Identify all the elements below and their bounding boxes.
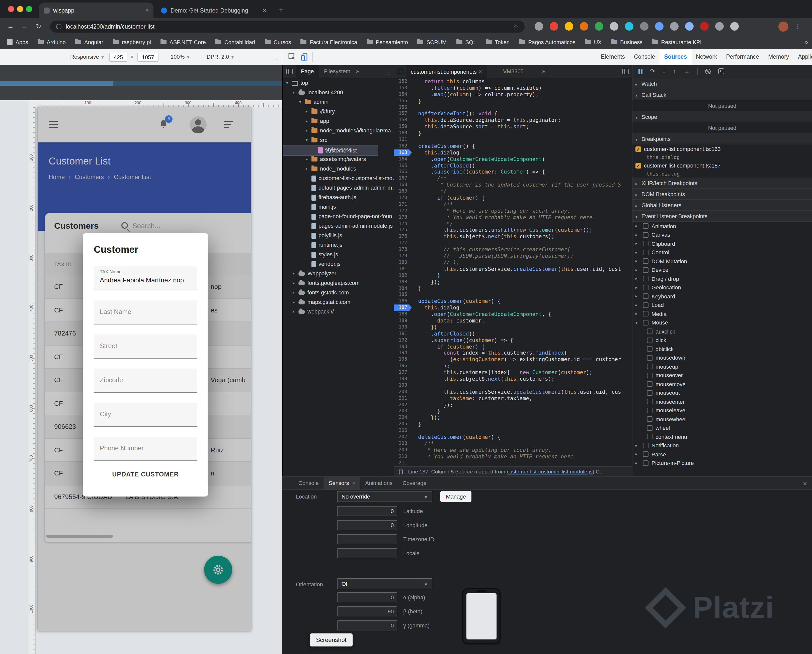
step-into-icon[interactable]: ↓	[662, 68, 665, 75]
devtools-tab-console[interactable]: Console	[629, 49, 659, 65]
device-mode-select[interactable]: Responsive ▼	[70, 53, 105, 60]
device-width-input[interactable]: 425	[109, 53, 127, 62]
tab-close-icon[interactable]: ×	[263, 6, 266, 14]
category-checkbox[interactable]	[643, 250, 648, 255]
event-category[interactable]: ▸Control	[632, 248, 812, 257]
line-number[interactable]: 206	[394, 427, 412, 434]
browser-menu-icon[interactable]: ⋮	[792, 21, 803, 32]
navigator-menu-icon[interactable]: ⋮	[386, 68, 392, 76]
section-event-listener-breakpoints[interactable]: ▾Event Listener Breakpoints	[632, 211, 812, 222]
tree-item[interactable]: runtime.js	[283, 240, 394, 250]
line-number[interactable]: 186	[394, 298, 412, 305]
zoom-select[interactable]: 100% ▼	[171, 53, 190, 60]
bookmark-item[interactable]: Business	[611, 39, 642, 45]
line-number[interactable]: 173	[394, 214, 412, 220]
tab-close-icon[interactable]: ×	[145, 6, 149, 14]
line-number[interactable]: 174	[394, 220, 412, 227]
line-number[interactable]: 180	[394, 259, 412, 266]
breakpoint-entry[interactable]: ✓customer-list.component.ts:163	[632, 144, 812, 153]
line-number[interactable]: 202	[394, 402, 412, 408]
line-number[interactable]: 160	[394, 130, 412, 136]
event-checkbox[interactable]	[647, 390, 653, 396]
bookmark-item[interactable]: Token	[486, 39, 509, 45]
tree-item[interactable]: ▸node_modules/@angular/ma…	[283, 126, 394, 135]
bookmark-item[interactable]: Arduino	[38, 39, 66, 45]
event-listener-item[interactable]: mouseover	[632, 371, 812, 380]
extension-icon[interactable]	[700, 22, 709, 31]
tree-item[interactable]: main.js	[283, 202, 394, 212]
event-checkbox[interactable]	[647, 364, 653, 369]
section-xhr-fetch-breakpoints[interactable]: ▸XHR/fetch Breakpoints	[632, 177, 812, 189]
navigator-panel-icon[interactable]	[286, 69, 293, 74]
line-number[interactable]: 157	[394, 111, 412, 117]
form-field[interactable]: Phone Number	[94, 437, 197, 461]
line-number[interactable]: 193	[394, 343, 412, 350]
pause-on-exceptions-icon[interactable]	[718, 68, 724, 74]
disclosure-arrow-icon[interactable]: ▸	[304, 126, 309, 135]
disclosure-arrow-icon[interactable]: ▾	[298, 97, 303, 107]
tree-item[interactable]: ▾localhost:4200	[283, 88, 394, 97]
category-checkbox[interactable]	[643, 293, 648, 299]
line-number[interactable]: 162	[394, 143, 412, 150]
line-number[interactable]: 177	[394, 240, 412, 246]
pretty-print-icon[interactable]: {}	[398, 468, 404, 474]
event-category[interactable]: ▸Clipboard	[632, 239, 812, 248]
extension-icon[interactable]	[715, 22, 724, 31]
category-checkbox[interactable]	[643, 443, 648, 448]
line-number[interactable]: 166	[394, 169, 412, 175]
event-listener-item[interactable]: mousemove	[632, 380, 812, 388]
deactivate-breakpoints-icon[interactable]	[705, 69, 711, 74]
tree-item[interactable]: firebase-auth.js	[283, 193, 394, 202]
event-category[interactable]: ▸Animation	[632, 222, 812, 231]
orientation-field-input[interactable]: 90	[337, 607, 397, 616]
forward-button[interactable]: →	[19, 21, 30, 32]
tab-close-icon[interactable]: ×	[352, 477, 355, 489]
bookmark-star-icon[interactable]: ☆	[513, 23, 518, 30]
disclosure-arrow-icon[interactable]: ▸	[291, 269, 296, 278]
event-category[interactable]: ▸Keyboard	[632, 292, 812, 301]
event-category[interactable]: ▸Load	[632, 301, 812, 309]
bookmark-item[interactable]: SCRUM	[417, 39, 447, 45]
editor-panel-icon[interactable]	[622, 69, 629, 74]
breakpoint-marker[interactable]: 187	[394, 304, 412, 311]
event-category[interactable]: ▸Picture-in-Picture	[632, 458, 812, 468]
line-number[interactable]: 168	[394, 182, 412, 188]
tab-close-icon[interactable]: ×	[478, 68, 482, 75]
tree-item[interactable]: page-not-found-page-not-foun…	[283, 212, 394, 221]
reload-button[interactable]: ↻	[33, 21, 44, 32]
disclosure-arrow-icon[interactable]: ▸	[304, 164, 309, 174]
extension-icon[interactable]	[550, 22, 558, 31]
step-icon[interactable]: →	[684, 68, 690, 75]
line-number[interactable]: 201	[394, 395, 412, 402]
media-query-bar[interactable]	[0, 81, 113, 86]
tree-item[interactable]: ▾src	[283, 135, 394, 145]
tree-item[interactable]: ▸maps.gstatic.com	[283, 297, 394, 307]
editor-tab[interactable]: customer-list.component.ts ×	[406, 65, 487, 78]
disclosure-arrow-icon[interactable]: ▸	[291, 297, 296, 307]
devtools-tab-elements[interactable]: Elements	[596, 49, 629, 65]
event-listener-item[interactable]: mouseout	[632, 388, 812, 397]
category-checkbox[interactable]	[643, 452, 648, 457]
line-number[interactable]: 172	[394, 208, 412, 214]
breakpoint-checkbox[interactable]: ✓	[635, 163, 641, 168]
line-number[interactable]: 185	[394, 292, 412, 298]
event-category[interactable]: ▾Mouse	[632, 318, 812, 327]
event-checkbox[interactable]	[647, 408, 653, 413]
code-editor[interactable]: 152 return this.columns153 .filter((colu…	[394, 78, 632, 466]
disclosure-arrow-icon[interactable]: ▸	[291, 288, 296, 297]
tree-item[interactable]: ▾admin	[283, 97, 394, 107]
disclosure-arrow-icon[interactable]: ▸	[291, 278, 296, 288]
event-checkbox[interactable]	[647, 417, 653, 422]
devtools-tab-network[interactable]: Network	[691, 49, 722, 65]
form-field[interactable]: TAX NameAndrea Fabiola Martínez nop	[94, 266, 197, 290]
line-number[interactable]: 189	[394, 318, 412, 324]
section-global-listeners[interactable]: ▸Global Listeners	[632, 200, 812, 211]
inspect-element-icon[interactable]	[288, 53, 296, 61]
line-number[interactable]: 196	[394, 363, 412, 369]
line-number[interactable]: 175	[394, 227, 412, 234]
event-category[interactable]: ▸Notification	[632, 441, 812, 450]
event-checkbox[interactable]	[647, 346, 653, 352]
disclosure-arrow-icon[interactable]: ▾	[304, 135, 309, 145]
line-number[interactable]: 176	[394, 234, 412, 240]
event-checkbox[interactable]	[647, 425, 653, 431]
